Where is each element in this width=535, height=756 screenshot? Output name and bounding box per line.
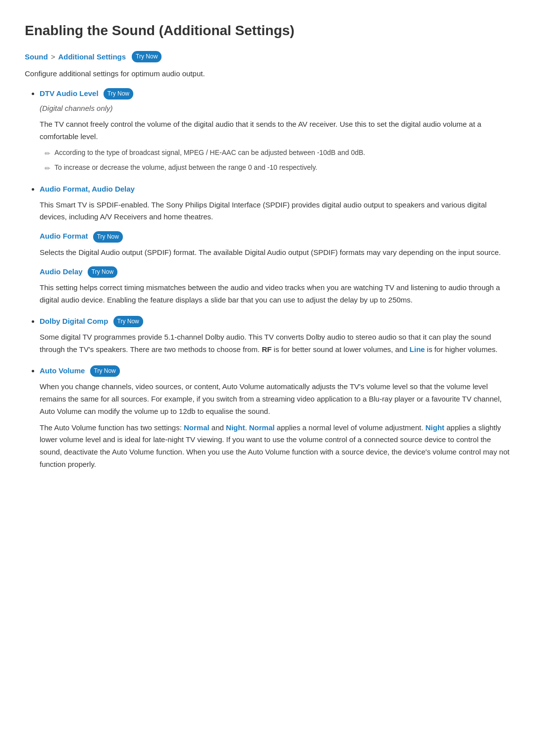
auto-volume-normal-label: Normal [184, 423, 210, 432]
audio-delay-badge[interactable]: Try Now [88, 266, 117, 278]
dolby-digital-badge[interactable]: Try Now [113, 316, 143, 327]
dtv-audio-level-italic: (Digital channels only) [40, 102, 510, 114]
breadcrumb-try-now-badge[interactable]: Try Now [132, 51, 161, 62]
auto-volume-body2-prefix: The Auto Volume function has two setting… [40, 423, 184, 432]
audio-format-delay-title: Audio Format, Audio Delay [40, 185, 135, 193]
audio-format-badge[interactable]: Try Now [93, 231, 123, 243]
audio-delay-body: This setting helps correct timing mismat… [40, 282, 510, 306]
auto-volume-title: Auto Volume [40, 366, 85, 375]
list-item-auto-volume: Auto Volume Try Now When you change chan… [40, 365, 510, 471]
audio-format-body: Selects the Digital Audio output (SPDIF)… [40, 247, 510, 259]
auto-volume-body1: When you change channels, video sources,… [40, 381, 510, 417]
dtv-audio-level-badge[interactable]: Try Now [104, 88, 133, 100]
auto-volume-body2-mid2: applies a normal level of volume adjustm… [274, 423, 425, 432]
list-item-dtv-audio-level: DTV Audio Level Try Now (Digital channel… [40, 88, 510, 174]
page-title: Enabling the Sound (Additional Settings) [25, 20, 510, 42]
dtv-note-2-text: To increase or decrease the volume, adju… [54, 162, 318, 173]
audio-format-delay-body: This Smart TV is SPDIF-enabled. The Sony… [40, 199, 510, 224]
audio-format-subsection: Audio Format Try Now Selects the Digital… [40, 230, 510, 258]
breadcrumb-sound[interactable]: Sound [25, 51, 48, 63]
auto-volume-and: and [210, 423, 226, 432]
pencil-icon-2: ✏ [45, 163, 51, 174]
breadcrumb-additional-settings[interactable]: Additional Settings [58, 51, 126, 63]
dolby-line-label: Line [410, 345, 425, 353]
breadcrumb: Sound > Additional Settings Try Now [25, 51, 510, 63]
dtv-note-2: ✏ To increase or decrease the volume, ad… [40, 162, 510, 174]
audio-delay-subsection: Audio Delay Try Now This setting helps c… [40, 266, 510, 306]
list-item-audio-format-delay: Audio Format, Audio Delay This Smart TV … [40, 183, 510, 306]
dolby-body-suffix: is for higher volumes. [425, 345, 498, 353]
page-subtitle: Configure additional settings for optimu… [25, 68, 510, 80]
dolby-digital-title: Dolby Digital Comp [40, 317, 108, 325]
auto-volume-night-label: Night [226, 423, 245, 432]
dolby-digital-body: Some digital TV programmes provide 5.1-c… [40, 331, 510, 356]
audio-format-title: Audio Format [40, 232, 88, 240]
main-list: DTV Audio Level Try Now (Digital channel… [25, 88, 510, 471]
dtv-note-1: ✏ According to the type of broadcast sig… [40, 147, 510, 159]
auto-volume-normal-label2: Normal [249, 423, 275, 432]
dtv-audio-level-body: The TV cannot freely control the volume … [40, 118, 510, 143]
auto-volume-badge[interactable]: Try Now [90, 365, 120, 377]
auto-volume-night-label2: Night [426, 423, 444, 432]
list-item-dolby-digital: Dolby Digital Comp Try Now Some digital … [40, 315, 510, 356]
dtv-audio-level-title: DTV Audio Level [40, 89, 99, 98]
auto-volume-body2-middle: . [245, 423, 249, 432]
dolby-body-mid: is for better sound at lower volumes, an… [271, 345, 409, 353]
pencil-icon-1: ✏ [45, 148, 51, 159]
dolby-rf-label: RF [262, 345, 271, 353]
audio-delay-title: Audio Delay [40, 267, 83, 276]
auto-volume-body2: The Auto Volume function has two setting… [40, 422, 510, 471]
dtv-note-1-text: According to the type of broadcast signa… [54, 147, 365, 158]
breadcrumb-separator: > [51, 51, 55, 63]
